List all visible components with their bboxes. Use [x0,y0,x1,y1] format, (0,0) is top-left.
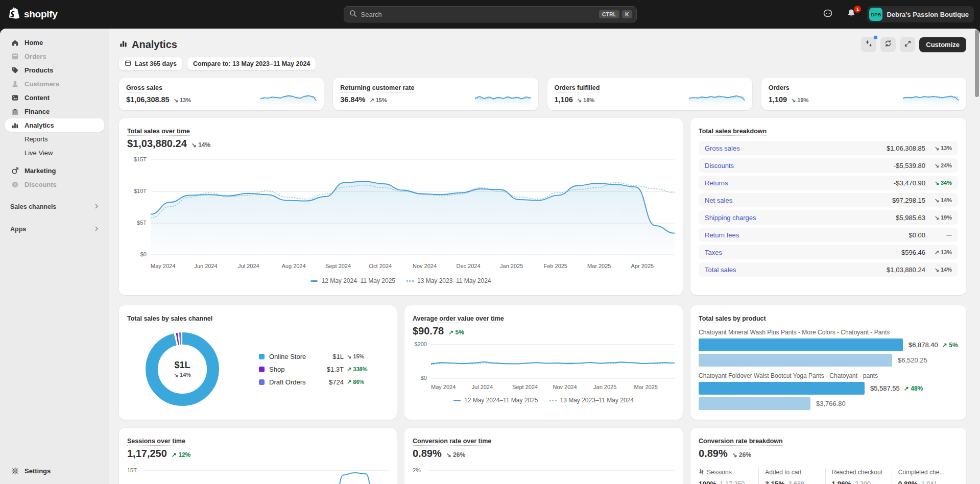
metric-title[interactable]: Gross sales [126,84,162,92]
expand-button[interactable] [900,37,915,52]
sidebar-item-discounts[interactable]: Discounts [5,178,104,191]
customize-button[interactable]: Customize [919,37,966,52]
chart-legend: 12 May 2024–11 May 2025 13 May 2023–11 M… [413,397,675,404]
metric-title[interactable]: Orders [769,84,790,92]
chart-title[interactable]: Sessions over time [127,438,185,446]
sales-by-channel-card: Total sales by sales channel $1L ↘ 14% [119,305,397,420]
metric-value: $1,06,308.85 [126,95,170,104]
sessions-over-time-card: Sessions over time 1,17,250 ↗ 12% 15T [119,428,397,484]
channel-donut-chart[interactable]: $1L ↘ 14% [136,324,228,414]
sidebar-item-marketing[interactable]: Marketing [5,164,104,177]
total-sales-chart[interactable]: $15T $10T $5T $0 [151,157,675,259]
vertical-scrollbar[interactable] [975,30,979,97]
channel-legend: Online Store $1L ↘ 15% Shop $1.3T ↗ 338% [259,353,367,386]
sidebar-label-analytics: Analytics [25,122,54,129]
sessions-chart[interactable]: 15T [127,466,389,484]
conversion-chart[interactable]: 2% [413,466,675,484]
product-bar-current[interactable] [699,338,903,351]
sidebar-item-live-view[interactable]: Live View [5,146,104,159]
insights-button[interactable] [861,37,876,52]
page-title-text: Analytics [132,39,177,51]
metric-title[interactable]: Returning customer rate [340,84,414,92]
metric-card-orders-fulfilled[interactable]: Orders fulfilled 1,106↘ 18% [547,78,752,110]
finance-icon [10,107,19,116]
breakdown-row[interactable]: Total sales$1,03,880.24↘ 14% [699,262,958,277]
chart-value: $90.78 [413,325,444,337]
sidebar-item-finance[interactable]: Finance [5,105,104,118]
sidebar-item-orders[interactable]: Orders [5,50,104,63]
shopify-logo[interactable]: shopify [8,7,57,22]
sidekick-button[interactable] [820,7,835,22]
sidebar-item-settings[interactable]: Settings [5,464,104,477]
swatch-shop [259,367,265,372]
metric-card-gross-sales[interactable]: Gross sales $1,06,308.85↘ 13% [119,78,324,110]
breakdown-row[interactable]: Returns-$3,470.90↘ 34% [699,176,958,190]
legend-current-label: 12 May 2024–11 May 2025 [321,277,395,284]
chart-title[interactable]: Total sales by sales channel [127,315,212,323]
chart-title[interactable]: Total sales breakdown [699,128,767,136]
total-sales-breakdown-card: Total sales breakdown Gross sales$1,06,3… [690,118,966,295]
metric-value: 36.84% [340,95,365,104]
funnel-step-added-to-cart[interactable]: Added to cart 3.15%3,688 [758,468,825,484]
funnel-step-sessions[interactable]: Sessions 100%1,17,250 [699,468,758,484]
notifications-button[interactable]: 1 [844,7,859,22]
funnel-step-reached-checkout[interactable]: Reached checkout 1.96%2,300 [825,468,892,484]
sidebar-label-products: Products [25,66,53,74]
y-axis-label: $200 [415,341,427,347]
breakdown-row[interactable]: Return fees$0.00— [699,228,958,242]
search-input[interactable] [361,11,596,18]
total-sales-over-time-card: Total sales over time $1,03,880.24 ↘ 14%… [119,118,683,295]
breakdown-row[interactable]: Taxes$596.46↗ 13% [699,245,958,259]
chart-change: ↗ 5% [448,329,464,336]
chart-title[interactable]: Average order value over time [413,315,504,323]
breakdown-row[interactable]: Discounts-$5,539.80↘ 24% [699,158,958,173]
sales-channels-label: Sales channels [10,203,56,210]
metric-card-orders[interactable]: Orders 1,109↘ 19% [761,78,966,110]
product-bar-previous[interactable] [699,354,892,367]
metric-title[interactable]: Orders fulfilled [555,84,600,92]
notification-badge: 1 [854,6,861,13]
store-menu[interactable]: DPB Debra's Passion Boutique [867,6,974,22]
global-search[interactable]: CTRL K [344,6,637,22]
metric-change: ↘ 19% [791,97,808,104]
metric-card-returning-customer-rate[interactable]: Returning customer rate 36.84%↗ 15% [333,78,538,110]
breakdown-row[interactable]: Gross sales$1,06,308.85↘ 13% [699,141,958,155]
legend-item-draft-orders[interactable]: Draft Orders $724 ↗ 86% [259,378,367,386]
sidebar-section-sales-channels[interactable]: Sales channels [5,200,104,213]
sidebar-item-analytics[interactable]: Analytics [5,118,104,132]
chart-title[interactable]: Conversion rate breakdown [699,438,783,446]
shopify-bag-icon [8,7,20,22]
sidebar-item-customers[interactable]: Customers [5,77,104,90]
date-range-button[interactable]: Last 365 days [119,57,182,70]
chart-title[interactable]: Total sales over time [127,128,190,136]
chart-value: 1,17,250 [127,448,167,459]
sidebar-section-apps[interactable]: Apps [5,223,104,236]
new-indicator-dot [873,35,878,40]
product-bar-previous[interactable] [699,397,810,410]
legend-item-shop[interactable]: Shop $1.3T ↗ 338% [259,366,367,373]
breakdown-row[interactable]: Shipping charges$5,985.63↘ 19% [699,210,958,225]
aov-chart[interactable]: $200 $0 [431,342,675,381]
sidebar-item-reports[interactable]: Reports [5,132,104,146]
metric-value: 1,109 [769,95,787,104]
compare-button[interactable]: Compare to: 13 May 2023–11 May 2024 [187,57,316,70]
conversion-funnel: Sessions 100%1,17,250 Added to cart 3.15… [699,468,958,484]
store-avatar: DPB [869,8,882,21]
conversion-rate-breakdown-card: Conversion rate breakdown 0.89% ↘ 26% Se… [690,428,966,484]
funnel-step-completed-checkout[interactable]: Completed che... 0.89%1,041 [892,468,958,484]
chart-change: ↘ 14% [192,141,210,149]
sidebar-item-products[interactable]: Products [5,63,104,77]
shortcut-k: K [622,10,632,18]
product-bar-current[interactable] [699,382,865,395]
sidebar-item-home[interactable]: Home [5,36,104,49]
refresh-button[interactable] [880,37,896,52]
chart-title[interactable]: Conversion rate over time [413,438,491,446]
home-icon [10,38,19,47]
legend-previous-label: 13 May 2023–11 May 2024 [417,277,491,284]
y-axis-label: 2% [413,467,421,473]
donut-center-value: $1L [174,360,190,371]
sidebar-item-content[interactable]: Content [5,91,104,104]
chart-title[interactable]: Total sales by product [699,315,766,323]
breakdown-row[interactable]: Net sales$97,298.15↘ 14% [699,193,958,207]
legend-item-online-store[interactable]: Online Store $1L ↘ 15% [259,353,367,360]
